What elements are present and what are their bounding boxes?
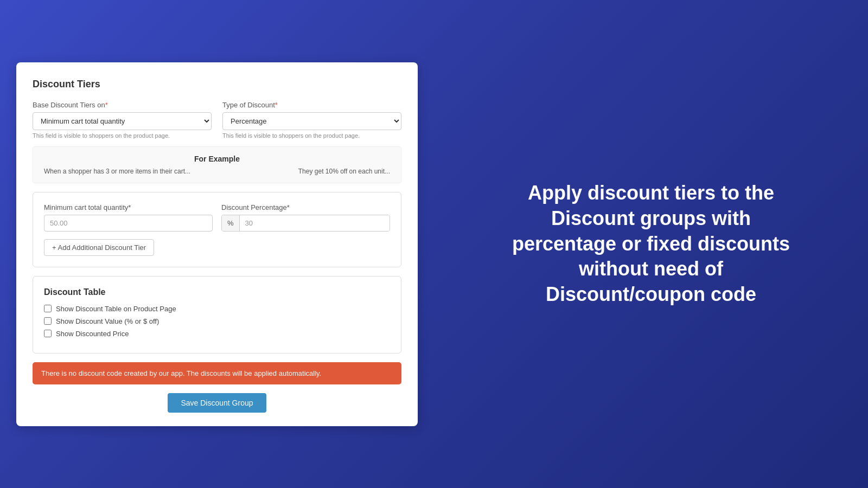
discount-tiers-title: Discount Tiers (33, 79, 401, 90)
checkbox-show-price[interactable] (44, 330, 52, 337)
type-discount-label: Type of Discount* (222, 101, 401, 109)
for-example-box: For Example When a shopper has 3 or more… (33, 146, 401, 183)
type-discount-col: Type of Discount* PercentageFixed Amount… (222, 101, 401, 139)
min-qty-input[interactable] (44, 215, 213, 232)
checkbox-label-1: Show Discount Table on Product Page (56, 305, 176, 313)
base-discount-select[interactable]: Minimum cart total quantityMinimum cart … (33, 112, 212, 130)
save-btn-wrapper: Save Discount Group (33, 393, 401, 413)
min-qty-label: Minimum cart total quantity* (44, 203, 213, 211)
discount-table-title: Discount Table (44, 287, 390, 297)
base-discount-col: Base Discount Tiers on* Minimum cart tot… (33, 101, 212, 139)
type-discount-hint: This field is visible to shoppers on the… (222, 132, 401, 139)
checkbox-row-3[interactable]: Show Discounted Price (44, 330, 390, 338)
discount-pct-label: Discount Percentage* (221, 203, 390, 211)
checkbox-show-table[interactable] (44, 305, 52, 312)
base-discount-label: Base Discount Tiers on* (33, 101, 212, 109)
checkbox-row-2[interactable]: Show Discount Value (% or $ off) (44, 317, 390, 325)
tier-input-section: Minimum cart total quantity* Discount Pe… (33, 192, 401, 267)
for-example-row: When a shopper has 3 or more items in th… (44, 168, 390, 175)
discount-pct-field: Discount Percentage* % (221, 203, 390, 232)
type-discount-select[interactable]: PercentageFixed Amount (222, 112, 401, 130)
checkbox-row-1[interactable]: Show Discount Table on Product Page (44, 305, 390, 313)
save-discount-group-button[interactable]: Save Discount Group (168, 393, 266, 413)
discount-pct-input[interactable] (240, 215, 390, 231)
base-discount-hint: This field is visible to shoppers on the… (33, 132, 212, 139)
min-qty-field: Minimum cart total quantity* (44, 203, 213, 232)
checkbox-label-2: Show Discount Value (% or $ off) (56, 317, 159, 325)
discount-tiers-section: Discount Tiers Base Discount Tiers on* M… (33, 79, 401, 183)
add-tier-button[interactable]: + Add Additional Discount Tier (44, 239, 154, 256)
percent-prefix: % (222, 215, 240, 231)
for-example-left: When a shopper has 3 or more items in th… (44, 168, 190, 175)
for-example-right: They get 10% off on each unit... (298, 168, 390, 175)
checkbox-show-value[interactable] (44, 317, 52, 325)
discount-table-section: Discount Table Show Discount Table on Pr… (33, 276, 401, 354)
alert-banner: There is no discount code created by our… (33, 362, 401, 384)
left-panel: Discount Tiers Base Discount Tiers on* M… (0, 0, 434, 488)
tier-config-row: Base Discount Tiers on* Minimum cart tot… (33, 101, 401, 139)
right-panel: Apply discount tiers to the Discount gro… (434, 159, 868, 329)
form-card: Discount Tiers Base Discount Tiers on* M… (16, 62, 418, 426)
checkbox-label-3: Show Discounted Price (56, 330, 129, 338)
percent-input-wrapper: % (221, 215, 390, 232)
right-panel-text: Apply discount tiers to the Discount gro… (499, 181, 803, 307)
tier-fields-row: Minimum cart total quantity* Discount Pe… (44, 203, 390, 232)
for-example-title: For Example (44, 155, 390, 163)
